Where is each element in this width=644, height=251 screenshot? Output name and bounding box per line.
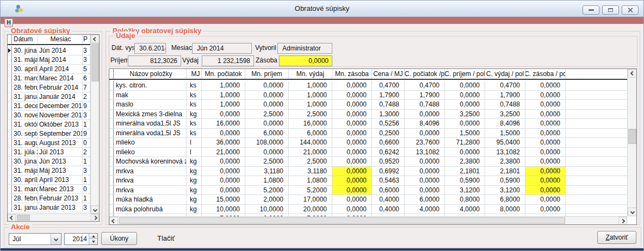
date-row[interactable]: 31. júla 2(Júl 20132 [8,148,90,157]
minimize-icon[interactable] [583,5,599,15]
column-header[interactable]: C. zásoba / pc [525,69,566,79]
cell: 0,0000 [332,176,372,185]
vydaj-field[interactable]: 1 232,1598 [202,55,254,66]
date-row[interactable]: 31. januáJanuár 20142 [8,92,90,102]
date-row[interactable]: 28. februFebruár 20131 [8,194,90,203]
table-row[interactable]: masloks1,00000,00001,00000,00000,74880,7… [109,100,627,110]
cell: 0,0000 [332,157,372,166]
table-row[interactable]: mrkvakg0,00001,08001,08000,00000,54630,0… [109,176,627,186]
scroll-right-icon[interactable] [91,214,99,222]
column-header-p[interactable]: P [83,35,90,44]
cell-mesiac: Február 2013 [38,194,83,203]
spin-down-icon[interactable] [89,239,97,244]
scroll-up-icon[interactable] [628,69,637,78]
date-row[interactable]: 28. februFebruár 20147 [8,83,90,92]
date-row[interactable]: 30. septeSeptember 20139 [8,129,90,139]
spin-up-icon[interactable] [89,234,97,239]
column-header[interactable]: Mn. výdaj [289,69,332,79]
table-row[interactable]: Mochovská koreninová zmeskg0,00002,50002… [109,157,627,167]
prijem-field[interactable]: 812,3026 [128,55,181,66]
date-row[interactable]: 31. januáJanuár 20133 [8,203,90,212]
mesiac-field[interactable]: Jún 2014 [192,43,252,54]
table-row[interactable]: minerálna voda1,5l JSks0,00006,00006,000… [109,129,627,139]
row-selector-cell [109,186,114,195]
restore-icon[interactable] [602,5,619,15]
date-row[interactable]: 31. augusAugust 20130 [8,139,90,148]
column-header[interactable]: MJ [187,69,202,79]
cell: 0,0000 [445,119,485,128]
date-row[interactable]: 31. marcaMarec 20130 [8,185,90,194]
row-filler [566,119,627,128]
column-header[interactable]: Cena / MJ [372,69,405,79]
table-row[interactable]: Mexická zmes 3-dielnakg0,00002,50002,500… [109,110,627,120]
date-row[interactable]: 31. decerDecember 20139 [8,102,90,111]
cell: 1,0000 [289,81,332,90]
dates-vscrollbar[interactable] [90,35,99,214]
dat-vyst-field[interactable]: 30.6.2014 [134,43,166,54]
column-header-mesiac[interactable]: Mesiac [38,35,83,44]
column-header[interactable]: C. príjem / pol [445,69,485,79]
scroll-up-icon[interactable] [91,35,100,43]
date-row[interactable]: 31. marcaMarec 20146 [8,74,90,83]
date-row[interactable]: 30. noverNovember 20133 [8,111,90,120]
scroll-down-icon[interactable] [628,208,637,216]
items-vscrollbar[interactable] [627,69,636,216]
tlacit-label[interactable]: Tlačiť [157,234,175,242]
table-row[interactable]: múka hladkákg15,00002,000017,00000,00000… [109,195,627,205]
table-row[interactable]: kys. citron.ks1,00000,00001,00000,00000,… [109,81,627,91]
cell-mesiac: Máj 2014 [38,55,83,64]
table-row[interactable]: mliekol21,00000,000021,00000,00000,62421… [109,148,627,158]
column-header[interactable]: Mn. počiatok [202,69,245,79]
date-row[interactable]: 30. júna 2Jún 20143 [8,46,90,55]
cell: 1,0000 [202,81,245,90]
cell: 0,0000 [445,148,485,157]
row-selector-cell [8,148,12,156]
scroll-down-icon[interactable] [91,205,100,214]
close-icon[interactable] [622,5,639,15]
zasoba-field[interactable]: 0,0000 [279,55,332,66]
date-row[interactable]: 30. aprílaApríl 20145 [8,65,90,74]
hscroll-thumb[interactable] [17,215,30,221]
cell: 2,0000 [245,195,289,204]
cell: 0,4700 [405,81,445,90]
cell: 0,0000 [525,129,566,138]
date-row[interactable]: 31. mája 2Máj 20143 [8,55,90,65]
vscroll-thumb[interactable] [91,43,99,81]
table-row[interactable]: mrkvakg0,00005,20005,20000,00000,60000,0… [109,186,627,196]
month-select[interactable]: Júl [9,233,61,245]
table-row[interactable]: mrkvakg0,00003,11803,11800,00000,69920,0… [109,167,627,177]
date-row[interactable]: 30. aprílaApríl 20131 [8,175,90,185]
cell-p: 9 [83,102,90,110]
column-header[interactable]: C. počiatok /p [405,69,445,79]
chevron-down-icon[interactable] [51,234,61,244]
hscroll-thumb[interactable] [119,217,565,224]
scroll-right-icon[interactable] [618,217,627,225]
zatvorit-button[interactable]: Zatvoriť [597,231,636,244]
column-header[interactable]: Mn. zásoba [332,69,372,79]
column-header[interactable]: Mn. príjem [245,69,289,79]
vytvoril-field[interactable]: Administrator [277,43,332,54]
scroll-left-icon[interactable] [109,217,118,225]
table-row[interactable]: mliekol36,0000108,0000144,00000,00000,66… [109,138,627,148]
cell-datum: 28. febru [12,83,38,92]
cell-p: 6 [83,74,90,83]
table-row[interactable]: múka polohrubákg10,000010,000020,00000,0… [109,205,627,215]
year-stepper[interactable]: 2014 [64,233,98,245]
cell: 0,0000 [332,100,372,109]
date-row[interactable]: 30. júna 2Jún 20131 [8,157,90,166]
vscroll-thumb[interactable] [628,129,636,144]
cell: 0,6600 [372,138,405,147]
scroll-left-icon[interactable] [8,214,16,222]
h-button[interactable]: H [4,18,13,27]
column-header[interactable]: Názov položky [114,69,187,79]
ukony-button[interactable]: Úkony [101,232,137,245]
date-row[interactable]: 31. októbOktóber 20131 [8,120,90,129]
table-row[interactable]: minerálna voda1,5l JSks16,00000,000016,0… [109,119,627,129]
items-hscrollbar[interactable] [109,216,627,224]
column-header[interactable]: C. výdaj / pol [485,69,525,79]
table-row[interactable]: makks1,00000,00001,00000,00001,79001,790… [109,91,627,101]
row-selector-cell [8,175,12,184]
dates-hscrollbar[interactable] [8,214,99,221]
column-header-datum[interactable]: Dátum [12,35,38,44]
date-row[interactable]: 31. mája 2Máj 20133 [8,166,90,175]
